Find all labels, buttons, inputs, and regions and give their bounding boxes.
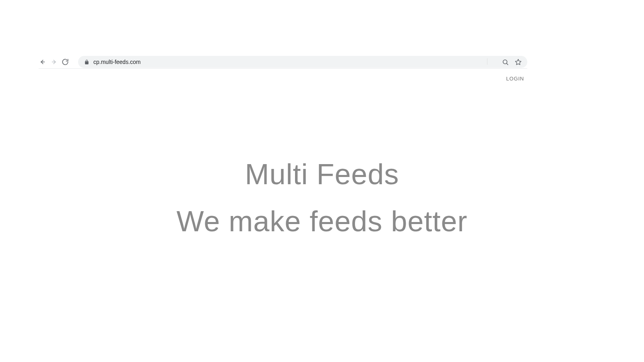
toolbar-separator bbox=[487, 58, 487, 65]
lock-icon bbox=[84, 59, 89, 65]
svg-marker-4 bbox=[515, 59, 521, 64]
hero-section: Multi Feeds We make feeds better bbox=[0, 157, 644, 242]
browser-toolbar: cp.multi-feeds.com bbox=[39, 56, 527, 68]
toolbar-divider bbox=[39, 68, 527, 69]
address-bar[interactable]: cp.multi-feeds.com bbox=[78, 56, 527, 68]
page-header: LOGIN bbox=[506, 75, 524, 82]
hero-title: Multi Feeds bbox=[0, 157, 644, 191]
hero-subtitle: We make feeds better bbox=[0, 201, 644, 242]
reload-button[interactable] bbox=[61, 58, 69, 66]
address-icons-right bbox=[502, 58, 522, 66]
zoom-icon[interactable] bbox=[502, 58, 509, 66]
nav-controls bbox=[39, 58, 74, 66]
login-link[interactable]: LOGIN bbox=[506, 76, 524, 82]
back-button[interactable] bbox=[39, 58, 47, 66]
forward-button[interactable] bbox=[50, 58, 58, 66]
bookmark-icon[interactable] bbox=[514, 58, 522, 66]
svg-line-3 bbox=[506, 63, 508, 64]
url-text: cp.multi-feeds.com bbox=[93, 59, 502, 65]
